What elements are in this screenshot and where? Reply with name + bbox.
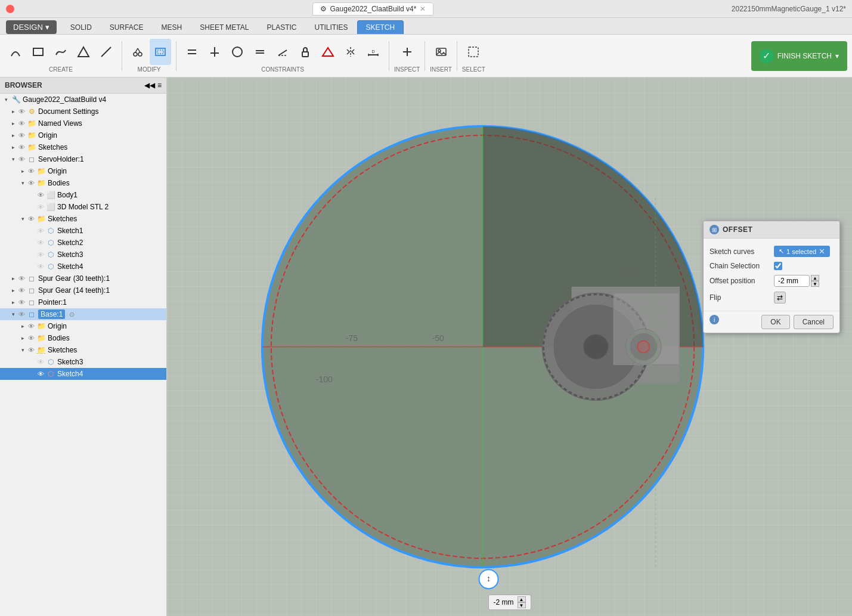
triangle-constraint[interactable] bbox=[317, 39, 339, 65]
offset-spinner-up[interactable]: ▲ bbox=[811, 275, 819, 281]
visibility-icon-sketch4-servo[interactable]: 👁 bbox=[38, 263, 44, 270]
perpendicular-constraint[interactable] bbox=[204, 39, 225, 65]
line-tool[interactable] bbox=[95, 39, 117, 65]
tab-plastic[interactable]: PLASTIC bbox=[258, 20, 305, 34]
info-button[interactable]: i bbox=[710, 315, 719, 324]
select-tool[interactable] bbox=[463, 39, 484, 65]
tree-item-origin[interactable]: ▸ 👁 📁 Origin bbox=[0, 129, 166, 141]
visibility-icon-base-sketches[interactable]: 👁 bbox=[28, 346, 35, 354]
tree-item-named-views[interactable]: ▸ 👁 📁 Named Views bbox=[0, 117, 166, 129]
tab-utilities[interactable]: UTILITIES bbox=[305, 20, 357, 34]
tree-item-servo-origin[interactable]: ▸ 👁 📁 Origin bbox=[0, 165, 166, 177]
lock-constraint[interactable] bbox=[295, 39, 316, 65]
visibility-icon-doc[interactable]: 👁 bbox=[18, 108, 25, 115]
tree-item-sketch1[interactable]: 👁 ⬡ Sketch1 bbox=[0, 225, 166, 237]
visibility-icon-sketch2[interactable]: 👁 bbox=[38, 239, 44, 246]
visibility-icon-named-views[interactable]: 👁 bbox=[18, 120, 25, 127]
sidebar-options-button[interactable]: ≡ bbox=[157, 81, 162, 89]
dimension-tool[interactable]: D bbox=[363, 39, 384, 65]
visibility-icon-sketch1[interactable]: 👁 bbox=[38, 227, 44, 234]
toolbar-group-modify: MODIFY bbox=[127, 39, 171, 73]
tree-item-base[interactable]: ▾ 👁 ◻ Base:1 ⊙ bbox=[0, 308, 166, 320]
cancel-button[interactable]: Cancel bbox=[794, 315, 834, 329]
tree-item-base-sketch4[interactable]: 👁 ⬡ Sketch4 bbox=[0, 368, 166, 380]
offset-position-input[interactable] bbox=[774, 275, 810, 287]
visibility-icon-sketches-root[interactable]: 👁 bbox=[18, 144, 25, 151]
visibility-icon-base-origin[interactable]: 👁 bbox=[28, 323, 35, 330]
tree-item-body1[interactable]: 👁 ⬜ Body1 bbox=[0, 189, 166, 201]
clear-selection-button[interactable]: ✕ bbox=[819, 247, 825, 256]
rectangle-tool[interactable] bbox=[27, 39, 49, 65]
toolbar-tabs: DESIGN ▾ SOLID SURFACE MESH SHEET METAL … bbox=[0, 18, 852, 35]
tree-item-root[interactable]: ▾ 🔧 Gauge2022_ClaatBuild v4 bbox=[0, 94, 166, 106]
visibility-icon-base[interactable]: 👁 bbox=[18, 311, 25, 318]
visibility-icon-3dmodel[interactable]: 👁 bbox=[38, 203, 44, 211]
tree-item-base-sketches[interactable]: ▾ 👁 📁 Sketches bbox=[0, 344, 166, 356]
tab-surface[interactable]: SURFACE bbox=[101, 20, 153, 34]
main-layout: BROWSER ◀◀ ≡ ▾ 🔧 Gauge2022_ClaatBuild v4… bbox=[0, 78, 852, 616]
tree-item-spurgear30[interactable]: ▸ 👁 ◻ Spur Gear (30 teeth):1 bbox=[0, 273, 166, 284]
finish-sketch-button[interactable]: ✓ FINISH SKETCH ▾ bbox=[751, 41, 847, 71]
tree-item-base-origin[interactable]: ▸ 👁 📁 Origin bbox=[0, 320, 166, 332]
mirror-tool[interactable] bbox=[340, 39, 361, 65]
tree-item-doc-settings[interactable]: ▸ 👁 ⚙ Document Settings bbox=[0, 106, 166, 117]
tree-item-spurgear14[interactable]: ▸ 👁 ◻ Spur Gear (14 teeth):1 bbox=[0, 284, 166, 296]
toolbar-content: CREATE MODIFY bbox=[0, 35, 852, 77]
visibility-icon-base-bodies[interactable]: 👁 bbox=[28, 335, 35, 342]
offset-panel: ⊞ OFFSET Sketch curves ↖ 1 selected ✕ bbox=[703, 221, 840, 333]
chain-selection-row: Chain Selection bbox=[710, 259, 834, 273]
title-bar: ⚙ Gauge2022_ClaatBuild v4* ✕ 2022150mmMa… bbox=[0, 0, 852, 18]
scissors-tool[interactable] bbox=[127, 39, 148, 65]
tab-close-1[interactable]: ✕ bbox=[420, 5, 426, 13]
tab-mesh[interactable]: MESH bbox=[153, 20, 191, 34]
tree-item-base-bodies[interactable]: ▸ 👁 📁 Bodies bbox=[0, 332, 166, 344]
tree-item-servoholder[interactable]: ▾ 👁 ◻ ServoHolder:1 bbox=[0, 153, 166, 165]
tree-item-pointer[interactable]: ▸ 👁 ◻ Pointer:1 bbox=[0, 296, 166, 308]
visibility-icon-origin[interactable]: 👁 bbox=[18, 132, 25, 139]
inspect-tool[interactable] bbox=[396, 39, 418, 65]
tab-sheet-metal[interactable]: SHEET METAL bbox=[191, 20, 258, 34]
tab-solid[interactable]: SOLID bbox=[61, 20, 101, 34]
spline-tool[interactable] bbox=[50, 39, 72, 65]
arc-tool[interactable] bbox=[5, 39, 26, 65]
visibility-icon-sketch3[interactable]: 👁 bbox=[38, 251, 44, 258]
flip-button[interactable]: ⇄ bbox=[774, 292, 786, 304]
tree-item-sketch4-servo[interactable]: 👁 ⬡ Sketch4 bbox=[0, 261, 166, 273]
offset-spinner-down[interactable]: ▼ bbox=[811, 281, 819, 287]
tab-sketch[interactable]: SKETCH bbox=[357, 20, 404, 34]
design-button[interactable]: DESIGN ▾ bbox=[6, 20, 57, 34]
triangle-tool[interactable] bbox=[73, 39, 94, 65]
sidebar-collapse-button[interactable]: ◀◀ bbox=[144, 81, 155, 89]
visibility-icon-base-sketch4[interactable]: 👁 bbox=[38, 370, 44, 377]
visibility-icon-base-sketch3[interactable]: 👁 bbox=[38, 358, 44, 366]
parallel-constraint[interactable] bbox=[181, 39, 203, 65]
insert-image-tool[interactable] bbox=[430, 39, 452, 65]
visibility-icon-spurgear30[interactable]: 👁 bbox=[18, 275, 25, 282]
tree-item-servo-bodies[interactable]: ▾ 👁 📁 Bodies bbox=[0, 177, 166, 189]
offset-tool[interactable] bbox=[150, 39, 171, 65]
equal-constraint[interactable] bbox=[249, 39, 271, 65]
tree-item-sketches-root[interactable]: ▸ 👁 📁 Sketches bbox=[0, 141, 166, 153]
visibility-icon-servo-origin[interactable]: 👁 bbox=[28, 168, 35, 175]
visibility-icon-servo-sketches[interactable]: 👁 bbox=[28, 215, 35, 222]
tree-item-3dmodel[interactable]: 👁 ⬜ 3D Model STL 2 bbox=[0, 201, 166, 213]
tree-item-sketch3[interactable]: 👁 ⬡ Sketch3 bbox=[0, 249, 166, 261]
status-bar-spinner-up[interactable]: ▲ bbox=[518, 596, 526, 602]
visibility-icon-body1[interactable]: 👁 bbox=[38, 191, 44, 199]
visibility-icon-spurgear14[interactable]: 👁 bbox=[18, 287, 25, 294]
selected-badge[interactable]: ↖ 1 selected ✕ bbox=[774, 246, 830, 257]
tree-item-base-sketch3[interactable]: 👁 ⬡ Sketch3 bbox=[0, 356, 166, 368]
ok-button[interactable]: OK bbox=[761, 315, 789, 329]
tree-item-servo-sketches[interactable]: ▾ 👁 📁 Sketches bbox=[0, 213, 166, 225]
visibility-icon-servo-bodies[interactable]: 👁 bbox=[28, 179, 35, 187]
visibility-icon-servo[interactable]: 👁 bbox=[18, 156, 25, 163]
circle-tool[interactable] bbox=[227, 39, 248, 65]
tab-gauge2022[interactable]: ⚙ Gauge2022_ClaatBuild v4* ✕ bbox=[312, 2, 434, 16]
angle-constraint[interactable] bbox=[272, 39, 293, 65]
chain-selection-checkbox[interactable] bbox=[774, 262, 782, 270]
tree-item-sketch2[interactable]: 👁 ⬡ Sketch2 bbox=[0, 237, 166, 249]
visibility-icon-pointer[interactable]: 👁 bbox=[18, 299, 25, 306]
close-button[interactable] bbox=[6, 5, 14, 13]
status-bar-spinner-down[interactable]: ▼ bbox=[518, 602, 526, 608]
canvas-area[interactable]: -50 25 -100 -75 -50 ↕ bbox=[167, 78, 852, 616]
